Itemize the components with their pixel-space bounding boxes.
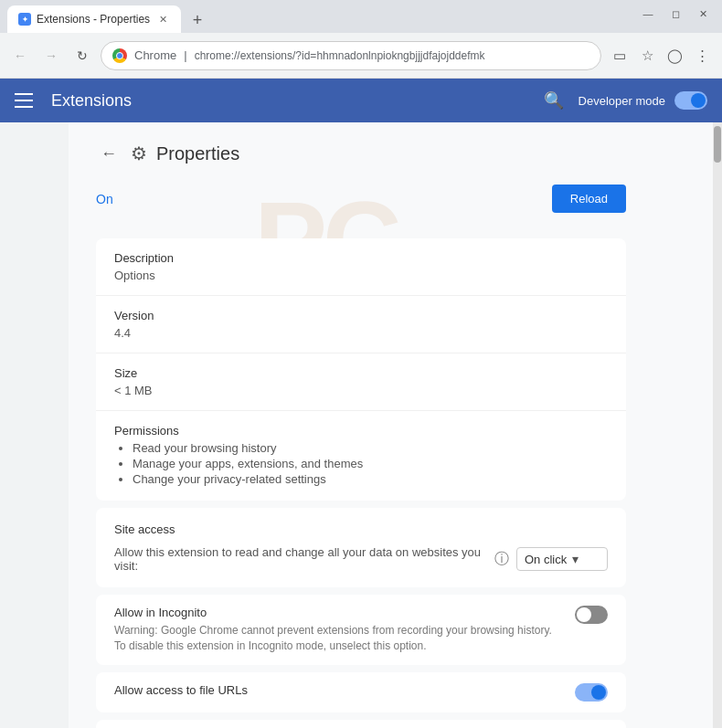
source-section: Source Unpacked extension Loaded from: ~…: [96, 720, 626, 728]
bookmark-icon[interactable]: ☆: [634, 43, 660, 69]
window: ✦ Extensions - Properties ✕ + ― ◻ ✕ ← → …: [0, 0, 722, 728]
file-urls-toggle-row: Allow access to file URLs: [96, 672, 626, 712]
dropdown-arrow-icon: ▾: [572, 552, 579, 566]
tab-bar: ✦ Extensions - Properties ✕ +: [7, 0, 210, 33]
extensions-header: Extensions 🔍 Developer mode: [0, 79, 722, 122]
active-tab[interactable]: ✦ Extensions - Properties ✕: [7, 5, 181, 33]
close-button[interactable]: ✕: [691, 5, 715, 22]
minimize-button[interactable]: ―: [636, 5, 660, 22]
help-icon[interactable]: ⓘ: [494, 550, 509, 569]
file-urls-toggle-knob: [591, 685, 606, 700]
tab-close-button[interactable]: ✕: [155, 12, 170, 26]
site-access-value: On click: [525, 553, 567, 566]
forward-button[interactable]: →: [38, 43, 64, 69]
site-access-text: Allow this extension to read and change …: [114, 545, 487, 573]
reload-button[interactable]: Reload: [552, 185, 626, 213]
permissions-label: Permissions: [114, 424, 608, 438]
url-full: chrome://extensions/?id=hhmnadonlnpiokng…: [195, 49, 485, 62]
permissions-row: Permissions Read your browsing history M…: [96, 411, 626, 501]
permission-item-3: Change your privacy-related settings: [133, 472, 608, 486]
site-access-row: Allow this extension to read and change …: [114, 545, 608, 573]
site-icon: [112, 48, 127, 63]
version-row: Version 4.4: [96, 296, 626, 353]
address-bar: ← → ↻ Chrome | chrome://extensions/?id=h…: [0, 33, 722, 79]
incognito-toggle-knob: [577, 607, 591, 622]
back-button[interactable]: ←: [7, 43, 33, 69]
description-row: Description Options: [96, 238, 626, 296]
title-bar: ✦ Extensions - Properties ✕ + ― ◻ ✕: [0, 0, 722, 33]
info-card: Description Options Version 4.4 Size < 1…: [96, 238, 626, 501]
site-access-label: Site access: [114, 522, 608, 536]
properties-header: ← ⚙ Properties: [96, 141, 626, 166]
url-separator: |: [184, 48, 186, 62]
permissions-list: Read your browsing history Manage your a…: [114, 441, 608, 486]
gear-icon: ⚙: [131, 142, 147, 164]
main-content: PCSKCON ← ⚙ Properties On Reload Descrip…: [69, 122, 713, 728]
url-scheme: Chrome: [134, 48, 176, 62]
cast-icon[interactable]: ▭: [607, 43, 632, 69]
toolbar-icons: ▭ ☆ ◯ ⋮: [607, 43, 715, 69]
url-bar[interactable]: Chrome | chrome://extensions/?id=hhmnado…: [101, 41, 601, 70]
incognito-desc: Warning: Google Chrome cannot prevent ex…: [114, 623, 560, 654]
scroll-thumb[interactable]: [714, 126, 721, 163]
hamburger-menu[interactable]: [15, 88, 40, 113]
version-value: 4.4: [114, 326, 608, 340]
description-value: Options: [114, 269, 608, 282]
status-badge: On: [96, 192, 113, 206]
profile-icon[interactable]: ◯: [662, 43, 687, 69]
hamburger-line-3: [15, 106, 33, 108]
size-row: Size < 1 MB: [96, 353, 626, 411]
search-icon[interactable]: 🔍: [544, 90, 564, 111]
extensions-title: Extensions: [51, 91, 544, 111]
permission-item-2: Manage your apps, extensions, and themes: [133, 457, 608, 470]
restore-button[interactable]: ◻: [664, 5, 687, 22]
content-area: PCSKCON ← ⚙ Properties On Reload Descrip…: [0, 122, 722, 728]
tab-icon: ✦: [18, 13, 31, 26]
scrollbar[interactable]: [713, 122, 722, 728]
incognito-toggle[interactable]: [575, 606, 608, 624]
permission-item-1: Read your browsing history: [133, 441, 608, 455]
toggle-knob: [691, 93, 706, 108]
page-title: Properties: [156, 143, 239, 164]
reload-page-button[interactable]: ↻: [69, 43, 95, 69]
incognito-content: Allow in Incognito Warning: Google Chrom…: [114, 606, 575, 654]
incognito-toggle-row: Allow in Incognito Warning: Google Chrom…: [96, 595, 626, 665]
developer-mode-label: Developer mode: [579, 94, 665, 108]
site-access-section: Site access Allow this extension to read…: [96, 508, 626, 587]
file-urls-content: Allow access to file URLs: [114, 683, 575, 701]
window-controls: ― ◻ ✕: [636, 5, 715, 27]
status-row: On Reload: [96, 185, 626, 224]
properties-page: ← ⚙ Properties On Reload Description Opt…: [69, 122, 653, 728]
size-label: Size: [114, 366, 608, 380]
developer-mode-toggle[interactable]: [674, 91, 707, 110]
menu-icon[interactable]: ⋮: [689, 43, 715, 69]
size-value: < 1 MB: [114, 384, 608, 397]
file-urls-toggle[interactable]: [575, 683, 608, 702]
hamburger-line-1: [15, 93, 33, 95]
tab-label: Extensions - Properties: [37, 13, 150, 26]
description-label: Description: [114, 251, 608, 265]
version-label: Version: [114, 309, 608, 322]
incognito-label: Allow in Incognito: [114, 606, 560, 619]
new-tab-button[interactable]: +: [185, 7, 210, 33]
sidebar: [0, 122, 69, 728]
hamburger-line-2: [15, 100, 33, 101]
site-access-dropdown[interactable]: On click ▾: [516, 547, 608, 571]
properties-back-button[interactable]: ←: [96, 141, 122, 166]
file-urls-label: Allow access to file URLs: [114, 683, 560, 697]
